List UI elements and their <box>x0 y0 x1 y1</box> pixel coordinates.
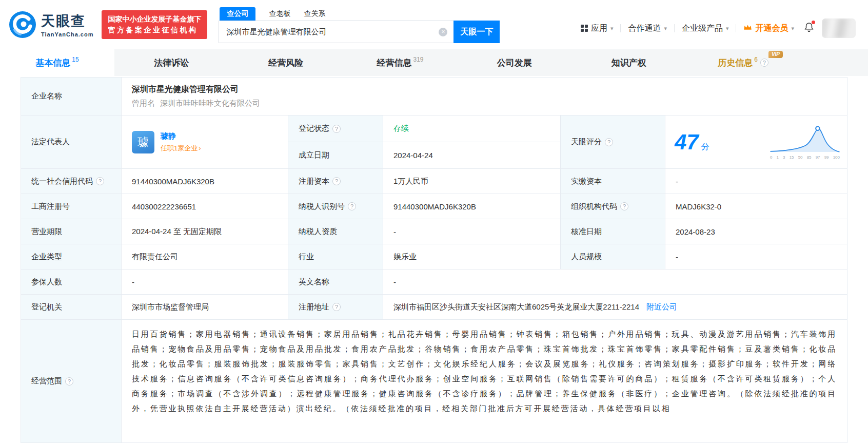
label-staff-size: 人员规模 <box>561 244 665 269</box>
value-org-code: MADJ6K32-0 <box>665 194 847 219</box>
help-icon[interactable]: ? <box>332 177 341 185</box>
nav-cooperation[interactable]: 合作通道 ▾ <box>628 23 667 34</box>
help-icon[interactable]: ? <box>348 202 356 210</box>
nav-open-vip[interactable]: 开通会员 ▾ <box>743 23 794 34</box>
search-tab-boss[interactable]: 查老板 <box>269 7 290 21</box>
value-registry-authority: 深圳市市场监督管理局 <box>122 295 288 320</box>
score-unit: 分 <box>701 142 709 152</box>
chevron-right-icon: › <box>199 144 201 152</box>
label-establish-date: 成立日期 <box>288 142 383 169</box>
legal-rep-companies-link[interactable]: 任职1家企业 › <box>161 144 201 153</box>
value-reg-capital: 1万人民币 <box>383 169 561 194</box>
tab-development[interactable]: 公司发展 <box>457 49 571 76</box>
search-tab-relation[interactable]: 查关系 <box>304 7 325 21</box>
legal-rep-avatar[interactable]: 璩 <box>132 131 154 153</box>
nav-enterprise-product[interactable]: 企业级产品 ▾ <box>682 23 729 34</box>
tab-legal[interactable]: 法律诉讼 <box>114 49 229 76</box>
label-business-scope: 经营范围 ? <box>21 320 122 443</box>
label-text: 统一社会信用代码 <box>31 177 93 186</box>
tab-count: 319 <box>413 56 423 63</box>
label-score: 天眼评分 ? <box>561 115 665 169</box>
notification-bell-icon[interactable] <box>803 22 815 35</box>
nav-cooperation-label: 合作通道 <box>628 23 661 34</box>
value-address: 深圳市福田区沙头街道天安社区深南大道6025号英龙展业大厦2211-2214 附… <box>383 295 847 320</box>
tab-label: 基本信息 <box>35 57 70 69</box>
help-icon[interactable]: ? <box>332 303 341 311</box>
logo-text: 天眼查 TianYanCha.com <box>41 12 93 37</box>
value-industry: 娱乐业 <box>383 244 561 269</box>
label-text: 注册地址 <box>299 302 329 312</box>
chevron-down-icon: ▾ <box>726 25 729 32</box>
page-tabs-bar: 基本信息 15 法律诉讼 经营风险 经营信息 319 公司发展 知识产权 VIP… <box>0 49 868 76</box>
legal-rep-link-text: 任职1家企业 <box>161 144 198 153</box>
search-area: 查公司 查老板 查关系 × 天眼一下 <box>219 6 500 43</box>
help-icon[interactable]: ? <box>760 59 768 67</box>
search-input[interactable] <box>219 21 453 43</box>
label-text: 登记状态 <box>299 124 329 133</box>
tab-count: 15 <box>72 56 78 63</box>
row-insured: 参保人数 - 英文名称 - <box>21 269 847 295</box>
top-nav: 应用 ▾ 合作通道 ▾ 企业级产品 ▾ 开通会员 ▾ <box>581 11 856 38</box>
value-taxpayer-id: 91440300MADJ6K320B <box>383 194 561 219</box>
value-legal-rep: 璩 璩静 任职1家企业 › <box>122 115 288 169</box>
label-reg-number: 工商注册号 <box>21 194 122 219</box>
company-name: 深圳市星光健康管理有限公司 <box>132 84 239 95</box>
value-insured-count: - <box>122 269 288 295</box>
tab-intellectual-property[interactable]: 知识产权 <box>571 49 686 76</box>
search-tab-company[interactable]: 查公司 <box>220 7 255 21</box>
label-address: 注册地址 ? <box>288 295 383 320</box>
legal-rep-info: 璩静 任职1家企业 › <box>161 131 201 153</box>
label-text: 企业类型 <box>31 252 62 262</box>
label-credit-code: 统一社会信用代码 ? <box>21 169 122 194</box>
divider <box>674 24 675 32</box>
chevron-down-icon: ▾ <box>610 25 614 32</box>
tab-label: 知识产权 <box>611 57 646 69</box>
badge-line2: 官方备案企业征信机构 <box>108 25 201 35</box>
label-company-name: 企业名称 <box>21 78 122 115</box>
value-english-name: - <box>383 269 847 295</box>
former-name-line: 曾用名 深圳市哇咔哇咔文化有限公司 <box>132 99 260 108</box>
nav-apps[interactable]: 应用 ▾ <box>581 23 614 34</box>
clear-icon[interactable]: × <box>439 28 447 36</box>
tianyancha-logo-icon <box>9 11 36 38</box>
header: 天眼查 TianYanCha.com 国家中小企业发展子基金旗下 官方备案企业征… <box>0 0 868 49</box>
label-text: 企业名称 <box>31 91 62 101</box>
tab-basic-info[interactable]: 基本信息 15 <box>0 49 114 76</box>
help-icon[interactable]: ? <box>65 377 73 386</box>
label-paid-capital: 实缴资本 <box>561 169 665 194</box>
help-icon[interactable]: ? <box>332 125 341 133</box>
label-text: 天眼评分 <box>571 137 602 147</box>
label-legal-rep: 法定代表人 <box>21 115 122 169</box>
avatar-char: 璩 <box>137 134 149 150</box>
value-company-type: 有限责任公司 <box>122 244 288 269</box>
tab-business-info[interactable]: 经营信息 319 <box>343 49 458 76</box>
tab-label: 经营信息 <box>377 57 411 69</box>
badge-line1: 国家中小企业发展子基金旗下 <box>108 14 201 25</box>
label-taxpayer-id: 纳税人识别号 ? <box>288 194 383 219</box>
help-icon[interactable]: ? <box>605 138 613 146</box>
apps-grid-icon <box>581 25 588 32</box>
tianyancha-logo[interactable]: 天眼查 TianYanCha.com <box>9 11 93 38</box>
row-reg-number: 工商注册号 440300222236651 纳税人识别号 ? 91440300M… <box>21 194 847 219</box>
notification-dot <box>812 21 815 24</box>
former-name: 深圳市哇咔哇咔文化有限公司 <box>160 99 260 108</box>
help-icon[interactable]: ? <box>620 202 628 210</box>
tab-risk[interactable]: 经营风险 <box>229 49 343 76</box>
help-icon[interactable]: ? <box>96 177 104 185</box>
chevron-down-icon: ▾ <box>664 25 667 32</box>
label-business-term: 营业期限 <box>21 219 122 244</box>
search-button[interactable]: 天眼一下 <box>453 21 500 43</box>
nearby-companies-link[interactable]: 附近公司 <box>646 302 677 312</box>
user-avatar[interactable] <box>822 18 856 38</box>
label-text: 参保人数 <box>31 277 62 287</box>
search-row: × 天眼一下 <box>219 21 500 43</box>
nav-vip-label: 开通会员 <box>755 23 788 34</box>
label-text: 纳税人识别号 <box>299 202 345 211</box>
label-text: 纳税人资质 <box>299 227 337 237</box>
legal-rep-name-link[interactable]: 璩静 <box>161 131 201 141</box>
crown-icon <box>743 24 752 33</box>
tab-history-info[interactable]: VIP 历史信息 6 ? <box>686 49 800 76</box>
label-company-type: 企业类型 <box>21 244 122 269</box>
page-tabs: 基本信息 15 法律诉讼 经营风险 经营信息 319 公司发展 知识产权 VIP… <box>0 49 800 76</box>
label-text: 行业 <box>299 252 314 262</box>
